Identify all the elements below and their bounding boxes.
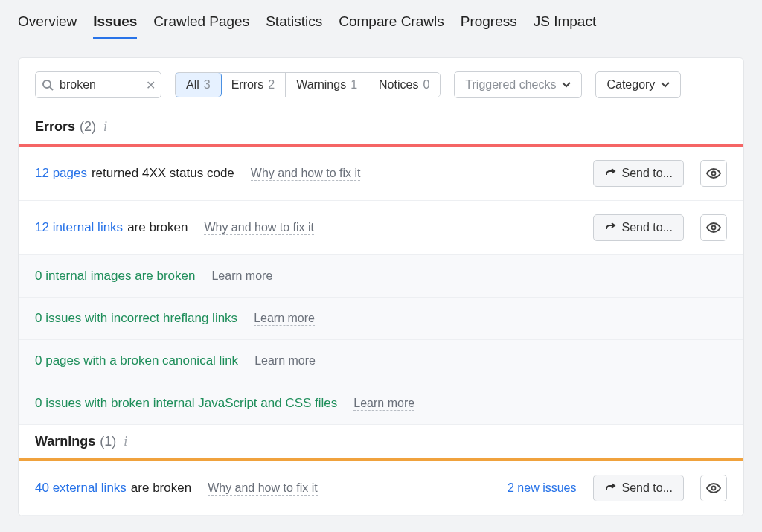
category-dropdown[interactable]: Category xyxy=(595,71,681,98)
why-fix-link[interactable]: Why and how to fix it xyxy=(208,481,318,496)
svg-point-0 xyxy=(43,80,51,88)
issue-count-link[interactable]: 12 internal links xyxy=(35,220,123,235)
issue-row: 12 pagesreturned 4XX status codeWhy and … xyxy=(19,147,743,201)
send-to-button[interactable]: Send to... xyxy=(593,160,685,187)
section-title: Warnings xyxy=(35,434,95,449)
send-to-label: Send to... xyxy=(622,167,673,180)
issue-text: 0 pages with a broken canonical link xyxy=(35,353,238,368)
svg-line-1 xyxy=(50,87,53,90)
search-input[interactable] xyxy=(35,71,161,98)
filter-label: Notices xyxy=(379,78,418,92)
tab-overview[interactable]: Overview xyxy=(18,7,77,39)
issue-suffix: are broken xyxy=(131,481,191,496)
view-button[interactable] xyxy=(700,214,727,241)
section-title: Errors xyxy=(35,119,75,135)
issue-title: 0 issues with broken internal JavaScript… xyxy=(35,396,337,411)
errors-list: 12 pagesreturned 4XX status codeWhy and … xyxy=(19,147,743,425)
issue-text: 12 pagesreturned 4XX status code xyxy=(35,166,234,181)
send-to-label: Send to... xyxy=(622,221,673,234)
filter-notices[interactable]: Notices0 xyxy=(368,73,440,97)
view-button[interactable] xyxy=(700,475,727,501)
issue-row: 12 internal linksare brokenWhy and how t… xyxy=(19,201,743,255)
search-icon xyxy=(42,79,54,91)
info-icon[interactable]: i xyxy=(103,119,107,135)
filter-segment: All3Errors2Warnings1Notices0 xyxy=(175,72,441,97)
issue-row: 0 pages with a broken canonical linkLear… xyxy=(19,340,743,382)
dropdown-label: Triggered checks xyxy=(465,78,556,92)
filter-label: All xyxy=(186,78,199,92)
tab-progress[interactable]: Progress xyxy=(461,7,517,39)
section-count: (2) xyxy=(80,119,96,135)
svg-point-3 xyxy=(712,226,716,230)
learn-more-link[interactable]: Learn more xyxy=(211,269,272,283)
new-issues-link[interactable]: 2 new issues xyxy=(508,481,577,495)
clear-icon[interactable]: ✕ xyxy=(146,78,156,92)
info-icon[interactable]: i xyxy=(124,434,127,449)
filter-all[interactable]: All3 xyxy=(175,72,222,97)
send-to-button[interactable]: Send to... xyxy=(593,475,685,501)
issues-panel: ✕ All3Errors2Warnings1Notices0 Triggered… xyxy=(18,57,744,516)
errors-section-header: Errors (2) i xyxy=(19,110,743,144)
share-arrow-icon xyxy=(604,482,616,494)
issue-count-link[interactable]: 12 pages xyxy=(35,166,87,181)
issue-row: 0 internal images are brokenLearn more xyxy=(19,255,743,298)
share-arrow-icon xyxy=(604,222,616,234)
why-fix-link[interactable]: Why and how to fix it xyxy=(204,221,314,235)
filter-label: Errors xyxy=(231,78,264,92)
issue-suffix: are broken xyxy=(127,220,188,235)
issue-title: 0 internal images are broken xyxy=(35,269,195,283)
eye-icon xyxy=(706,168,721,179)
issue-count-link[interactable]: 40 external links xyxy=(35,481,127,496)
learn-more-link[interactable]: Learn more xyxy=(353,397,414,411)
send-to-button[interactable]: Send to... xyxy=(593,214,685,241)
filter-warnings[interactable]: Warnings1 xyxy=(286,73,368,97)
issue-row: 0 issues with incorrect hreflang linksLe… xyxy=(19,298,743,340)
issue-text: 0 internal images are broken xyxy=(35,269,195,283)
tab-compare-crawls[interactable]: Compare Crawls xyxy=(339,7,444,39)
issue-title: 0 issues with incorrect hreflang links xyxy=(35,311,237,326)
send-to-label: Send to... xyxy=(622,481,673,495)
why-fix-link[interactable]: Why and how to fix it xyxy=(251,167,361,181)
filter-count: 2 xyxy=(268,78,275,92)
learn-more-link[interactable]: Learn more xyxy=(254,312,315,326)
triggered-checks-dropdown[interactable]: Triggered checks xyxy=(454,71,582,98)
warnings-list: 40 external linksare brokenWhy and how t… xyxy=(19,461,743,516)
svg-point-2 xyxy=(712,172,716,176)
filter-count: 3 xyxy=(204,78,211,92)
issue-text: 0 issues with incorrect hreflang links xyxy=(35,311,237,326)
issue-text: 12 internal linksare broken xyxy=(35,220,188,235)
search-wrap: ✕ xyxy=(35,71,161,98)
share-arrow-icon xyxy=(604,167,616,179)
filter-errors[interactable]: Errors2 xyxy=(221,73,286,97)
tab-js-impact[interactable]: JS Impact xyxy=(534,7,596,39)
issue-text: 40 external linksare broken xyxy=(35,481,191,496)
issue-row: 40 external linksare brokenWhy and how t… xyxy=(19,461,743,516)
tab-issues[interactable]: Issues xyxy=(93,7,137,39)
filter-count: 1 xyxy=(350,78,357,92)
eye-icon xyxy=(706,483,721,493)
filter-count: 0 xyxy=(423,78,429,92)
tab-statistics[interactable]: Statistics xyxy=(266,7,322,39)
panel-toolbar: ✕ All3Errors2Warnings1Notices0 Triggered… xyxy=(19,58,743,110)
svg-point-4 xyxy=(712,487,716,490)
filter-label: Warnings xyxy=(296,78,346,92)
issue-title: 0 pages with a broken canonical link xyxy=(35,353,238,368)
section-count: (1) xyxy=(100,434,116,449)
chevron-down-icon xyxy=(562,82,571,88)
eye-icon xyxy=(706,222,721,233)
view-button[interactable] xyxy=(700,160,727,187)
chevron-down-icon xyxy=(661,82,670,88)
dropdown-label: Category xyxy=(606,78,655,92)
warnings-section-header: Warnings (1) i xyxy=(19,425,743,458)
issue-suffix: returned 4XX status code xyxy=(92,166,234,181)
learn-more-link[interactable]: Learn more xyxy=(254,354,316,368)
tab-bar: OverviewIssuesCrawled PagesStatisticsCom… xyxy=(0,0,762,39)
issue-row: 0 issues with broken internal JavaScript… xyxy=(19,382,743,425)
tab-crawled-pages[interactable]: Crawled Pages xyxy=(153,7,249,39)
issue-text: 0 issues with broken internal JavaScript… xyxy=(35,396,337,411)
